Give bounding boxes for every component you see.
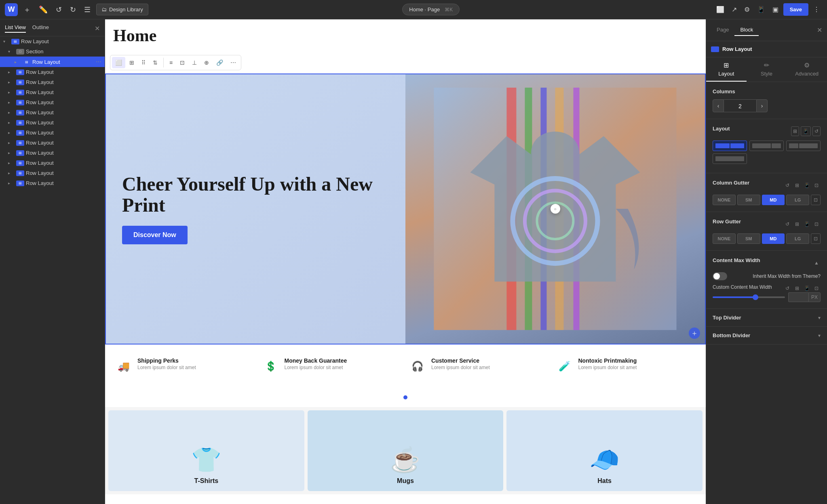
list-item[interactable]: ▸▤Row Layout <box>0 97 105 107</box>
content-max-width-collapse[interactable]: ▲ <box>812 259 821 267</box>
select-tool-button[interactable]: ⬜ <box>112 57 125 68</box>
more-options-button[interactable]: ⋮ <box>811 3 822 16</box>
row-gutter-sm-button[interactable]: SM <box>737 233 760 244</box>
layout-link-icon[interactable]: ⊞ <box>791 126 799 136</box>
tree-item-root-row[interactable]: ▾ ▤ Row Layout <box>0 36 105 46</box>
align-button[interactable]: ≡ <box>166 57 176 68</box>
add-inner-button[interactable]: ⊕ <box>201 57 212 68</box>
list-item[interactable]: ▸▤Row Layout <box>0 128 105 138</box>
col-gutter-more[interactable]: ⊡ <box>812 181 821 189</box>
more-options-icon[interactable]: ⋯ <box>96 59 101 65</box>
tab-list-view[interactable]: List View <box>5 24 26 33</box>
row-gutter-lg-button[interactable]: LG <box>786 233 809 244</box>
row-gutter-none-button[interactable]: NONE <box>713 233 736 244</box>
layout-option-equal[interactable] <box>713 141 747 151</box>
bottom-divider-section[interactable]: Bottom Divider ▾ <box>706 327 827 344</box>
tab-layout[interactable]: ⊞ Layout <box>706 57 747 82</box>
list-item[interactable]: ▸▤Row Layout <box>0 178 105 188</box>
row-gutter-responsive[interactable]: 📱 <box>803 220 811 228</box>
hero-discover-button[interactable]: Discover Now <box>122 226 188 244</box>
undo-button[interactable]: ↺ <box>53 3 64 17</box>
list-item[interactable]: ▸▤Row Layout <box>0 168 105 178</box>
gutter-md-button[interactable]: MD <box>762 195 785 205</box>
list-item[interactable]: ▸▤Row Layout <box>0 148 105 158</box>
add-button[interactable]: ＋ <box>21 2 33 17</box>
tab-style[interactable]: ✏ Style <box>747 57 787 82</box>
layout-option-right-wide[interactable] <box>786 141 821 151</box>
list-item[interactable]: ▸▤Row Layout <box>0 107 105 118</box>
col-gutter-responsive[interactable]: 📱 <box>803 181 811 189</box>
product-hats[interactable]: 🧢 Hats <box>506 410 703 491</box>
list-item[interactable]: ▸▤Row Layout <box>0 67 105 77</box>
save-button[interactable]: Save <box>783 3 808 16</box>
redo-button[interactable]: ↻ <box>68 3 78 17</box>
preview-button[interactable]: ⬜ <box>714 3 727 16</box>
close-right-panel-button[interactable]: ✕ <box>817 26 822 34</box>
drag-handle[interactable]: ○ <box>551 204 560 214</box>
responsive-button[interactable]: 📱 <box>755 3 768 16</box>
custom-width-reset[interactable]: ↺ <box>783 284 791 292</box>
layout-reset-icon[interactable]: ↺ <box>812 126 821 136</box>
row-gutter-link[interactable]: ⊞ <box>793 220 801 228</box>
list-item[interactable]: ▸▤Row Layout <box>0 138 105 148</box>
more-block-options-button[interactable]: ⋯ <box>227 57 239 68</box>
open-external-button[interactable]: ↗ <box>729 3 739 16</box>
layout-option-wide-center[interactable] <box>713 153 747 164</box>
width-slider[interactable] <box>713 296 785 298</box>
list-item[interactable]: ▸▤Row Layout <box>0 118 105 128</box>
grip-button[interactable]: ⠿ <box>138 57 149 68</box>
tab-page[interactable]: Page <box>711 24 734 36</box>
up-down-button[interactable]: ⇅ <box>150 57 161 68</box>
tree-item-section[interactable]: ▾ □ Section <box>0 46 105 57</box>
drag-tool-button[interactable]: ⊞ <box>126 57 137 68</box>
settings-button[interactable]: ⚙ <box>742 3 752 16</box>
edit-button[interactable]: ✏️ <box>36 3 50 17</box>
chevron-icon: ▸ <box>8 110 15 115</box>
link-button[interactable]: 🔗 <box>213 57 226 68</box>
inherit-toggle[interactable] <box>713 272 727 280</box>
list-item[interactable]: ▸▤Row Layout <box>0 87 105 97</box>
layout-responsive-icon[interactable]: 📱 <box>801 126 811 136</box>
top-divider-section[interactable]: Top Divider ▾ <box>706 309 827 327</box>
layout-control-icons: ⊞ 📱 ↺ <box>791 126 821 136</box>
row-gutter-reset[interactable]: ↺ <box>783 220 791 228</box>
tab-block[interactable]: Block <box>734 24 759 36</box>
gutter-lg-button[interactable]: LG <box>786 195 809 205</box>
panel-button[interactable]: ▣ <box>770 3 781 16</box>
style-icon: ✏ <box>764 61 769 69</box>
row-gutter-more[interactable]: ⊡ <box>812 220 821 228</box>
width-input[interactable] <box>788 292 808 302</box>
custom-width-link[interactable]: ⊞ <box>793 284 801 292</box>
row-gutter-md-button[interactable]: MD <box>762 233 785 244</box>
custom-width-more[interactable]: ⊡ <box>812 284 821 292</box>
tab-outline[interactable]: Outline <box>32 24 49 33</box>
gutter-sm-button[interactable]: SM <box>737 195 760 205</box>
columns-decrement-button[interactable]: ‹ <box>713 99 724 112</box>
product-mugs[interactable]: ☕ Mugs <box>308 410 504 491</box>
row-gutter-more-button[interactable]: ⊡ <box>811 233 821 244</box>
row-layout-icon: ▤ <box>16 140 24 146</box>
col-gutter-reset[interactable]: ↺ <box>783 181 791 189</box>
tree-item-label: Row Layout <box>32 59 94 65</box>
list-item[interactable]: ▸▤Row Layout <box>0 158 105 168</box>
product-tshirts[interactable]: 👕 T-Shirts <box>108 410 304 491</box>
gutter-more-button[interactable]: ⊡ <box>811 195 821 205</box>
list-item[interactable]: ▸▤Row Layout <box>0 77 105 87</box>
columns-increment-button[interactable]: › <box>756 99 768 112</box>
design-library-button[interactable]: 🗂 Design Library <box>96 4 148 15</box>
tree-item-row-active[interactable]: ▸ ▤ Row Layout ⋯ <box>0 57 105 67</box>
gutter-none-button[interactable]: NONE <box>713 195 736 205</box>
tab-advanced[interactable]: ⚙ Advanced <box>787 57 827 82</box>
transform-button[interactable]: ⊡ <box>177 57 188 68</box>
close-panel-button[interactable]: ✕ <box>95 25 100 32</box>
toolbar-divider <box>163 58 164 67</box>
col-gutter-link[interactable]: ⊞ <box>793 181 801 189</box>
page-title-pill[interactable]: Home · Page ⌘K <box>402 4 460 15</box>
vertical-align-button[interactable]: ⊥ <box>189 57 200 68</box>
row-layout-icon: ▤ <box>16 80 24 85</box>
list-view-button[interactable]: ☰ <box>82 3 93 17</box>
add-block-overlay[interactable]: ＋ <box>689 328 700 339</box>
custom-width-responsive[interactable]: 📱 <box>803 284 811 292</box>
carousel-dot-active[interactable] <box>403 395 407 399</box>
layout-option-left-wide[interactable] <box>749 141 784 151</box>
